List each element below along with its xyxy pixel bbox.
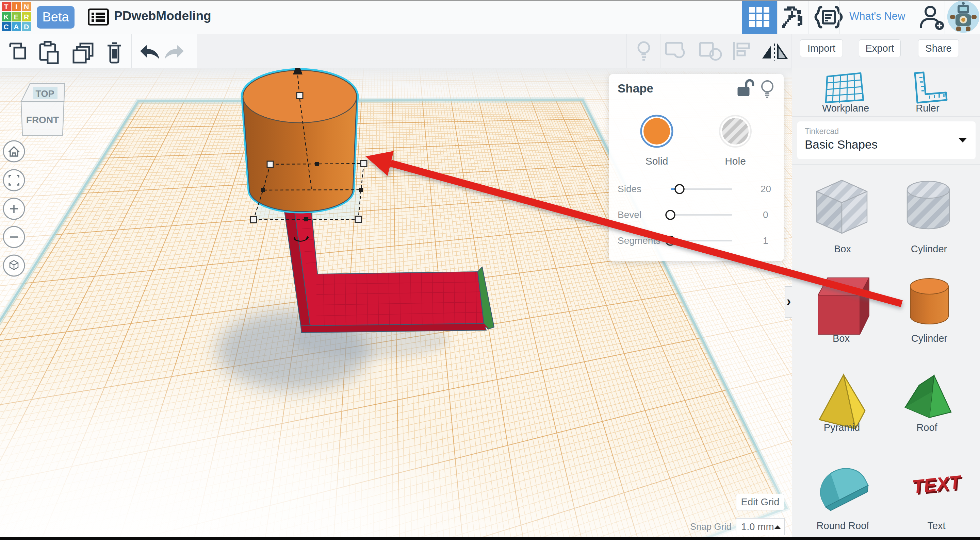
svg-text:FRONT: FRONT: [26, 114, 59, 125]
svg-text:Solid: Solid: [646, 156, 668, 167]
svg-text:Cylinder: Cylinder: [911, 333, 948, 344]
svg-text:TOP: TOP: [35, 89, 54, 99]
svg-text:Roof: Roof: [916, 422, 937, 433]
svg-text:Ruler: Ruler: [916, 103, 940, 114]
svg-text:Box: Box: [833, 333, 850, 344]
svg-text:Text: Text: [927, 520, 945, 531]
svg-text:Box: Box: [834, 243, 851, 254]
svg-text:Hole: Hole: [725, 156, 746, 167]
svg-text:Round Roof: Round Roof: [817, 520, 870, 531]
svg-text:Pyramid: Pyramid: [824, 422, 860, 433]
svg-text:Workplane: Workplane: [822, 103, 869, 114]
svg-text:Cylinder: Cylinder: [911, 243, 947, 254]
